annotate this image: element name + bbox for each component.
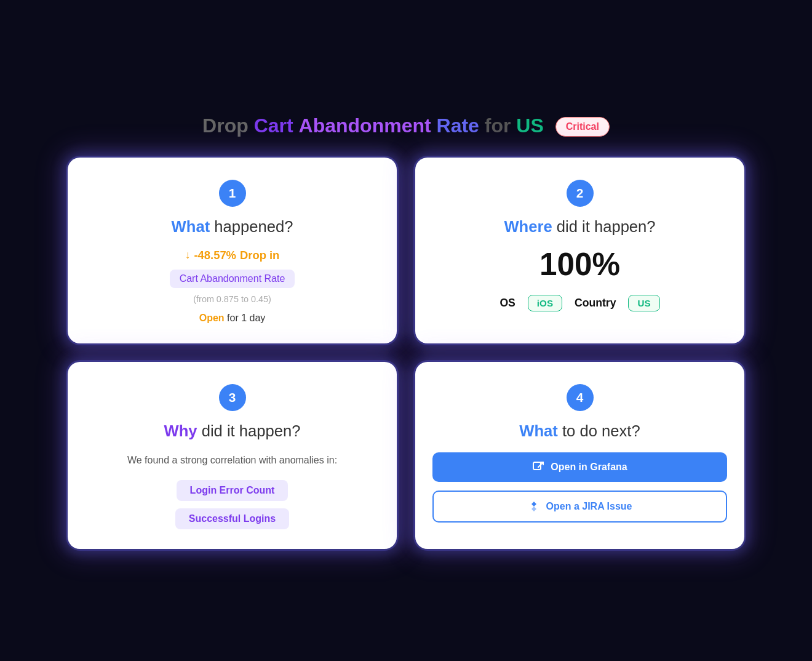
card1-title-rest: happened? <box>210 218 293 235</box>
step-2-circle: 2 <box>567 180 594 207</box>
card2-title-bold: Where <box>504 218 552 235</box>
os-label: OS <box>500 297 515 310</box>
card4-title-bold: What <box>519 422 558 439</box>
card-where-happened: 2 Where did it happen? 100% OS iOS Count… <box>415 158 744 343</box>
from-to: (from 0.875 to 0.45) <box>85 294 380 304</box>
open-grafana-button[interactable]: Open in Grafana <box>432 452 727 482</box>
card4-title: What to do next? <box>432 421 727 441</box>
country-label: Country <box>575 297 616 310</box>
drop-percent: -48.57% <box>194 249 236 262</box>
correlation-text: We found a strong correlation with anoma… <box>85 452 380 468</box>
cards-grid: 1 What happened? ↓ -48.57% Drop in Cart … <box>68 158 744 549</box>
dimension-row: OS iOS Country US <box>432 295 727 311</box>
open-status: Open for 1 day <box>85 313 380 324</box>
title-cart: Cart <box>254 114 293 137</box>
step-4-circle: 4 <box>567 384 594 411</box>
action-buttons: Open in Grafana Open a JIRA Issue <box>432 452 727 523</box>
open-rest: for 1 day <box>225 313 266 323</box>
card3-title: Why did it happen? <box>85 421 380 441</box>
page-wrapper: Drop Cart Abandonment Rate for US Critic… <box>68 112 744 550</box>
country-value-tag: US <box>628 295 659 311</box>
corr-tag-login-error: Login Error Count <box>177 480 289 501</box>
card2-title-rest: did it happen? <box>552 218 656 235</box>
metric-badge-wrapper: Cart Abandonment Rate <box>85 270 380 294</box>
percent-big: 100% <box>432 249 727 280</box>
page-title: Drop Cart Abandonment Rate for US Critic… <box>68 112 744 140</box>
metric-badge: Cart Abandonment Rate <box>170 270 295 288</box>
card-why-happened: 3 Why did it happen? We found a strong c… <box>68 362 397 550</box>
critical-badge: Critical <box>555 117 610 137</box>
corr-tag-successful-logins: Successful Logins <box>175 508 289 529</box>
title-us: US <box>516 114 543 137</box>
card1-title: What happened? <box>85 217 380 237</box>
drop-label: Drop in <box>240 249 279 262</box>
card-what-next: 4 What to do next? Open in Grafana <box>415 362 744 550</box>
card2-title: Where did it happen? <box>432 217 727 237</box>
open-jira-button[interactable]: Open a JIRA Issue <box>432 491 727 523</box>
title-rate: Rate <box>437 114 479 137</box>
card3-title-rest: did it happen? <box>197 422 301 439</box>
card4-title-rest: to do next? <box>558 422 640 439</box>
title-abandonment: Abandonment <box>299 114 431 137</box>
jira-icon <box>528 500 540 513</box>
jira-button-label: Open a JIRA Issue <box>546 501 632 512</box>
grafana-button-label: Open in Grafana <box>551 462 627 473</box>
drop-stat: ↓ -48.57% Drop in <box>85 249 380 262</box>
os-value-tag: iOS <box>528 295 562 311</box>
card-what-happened: 1 What happened? ↓ -48.57% Drop in Cart … <box>68 158 397 343</box>
correlation-tags: Login Error Count Successful Logins <box>85 480 380 529</box>
drop-arrow-icon: ↓ <box>185 249 191 262</box>
title-drop: Drop <box>202 114 249 137</box>
card1-title-bold: What <box>172 218 210 235</box>
open-bold: Open <box>199 313 225 323</box>
card3-title-bold: Why <box>164 422 197 439</box>
step-3-circle: 3 <box>219 384 246 411</box>
external-link-icon <box>532 461 544 473</box>
step-1-circle: 1 <box>219 180 246 207</box>
